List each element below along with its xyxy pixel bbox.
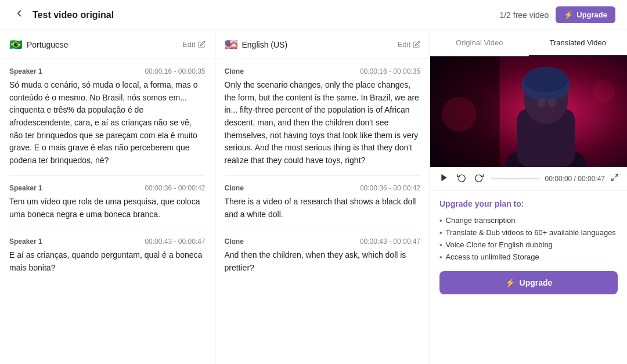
portuguese-speaker-2: Speaker 1	[9, 184, 42, 192]
tab-translated-video[interactable]: Translated Video	[529, 30, 628, 56]
upgrade-feature-1: Change transcription	[439, 214, 618, 226]
upgrade-plan-button[interactable]: ⚡ Upgrade	[439, 271, 618, 294]
english-panel-header: 🇺🇸 English (US) Edit	[215, 30, 430, 59]
upgrade-feature-4: Access to unlimited Storage	[439, 251, 618, 263]
english-timestamp-2: 00:00:36 - 00:00:42	[360, 184, 420, 192]
portuguese-panel-content: Speaker 1 00:00:16 - 00:00:35 Só muda o …	[0, 59, 215, 364]
portuguese-speaker-1: Speaker 1	[9, 67, 42, 75]
portuguese-panel-header: 🇧🇷 Portuguese Edit	[0, 30, 215, 59]
portuguese-timestamp-1: 00:00:16 - 00:00:35	[145, 67, 205, 75]
time-display: 00:00:00 / 00:00:47	[545, 175, 605, 183]
svg-point-8	[547, 98, 556, 107]
forward-button[interactable]	[473, 172, 485, 186]
video-controls: 00:00:00 / 00:00:47	[430, 167, 627, 191]
english-timestamp-1: 00:00:16 - 00:00:35	[360, 67, 420, 75]
portuguese-lang-name: Portuguese	[27, 40, 69, 49]
portuguese-entry-2-meta: Speaker 1 00:00:36 - 00:00:42	[9, 184, 206, 192]
bolt-icon: ⚡	[564, 10, 573, 19]
upgrade-features-list: Change transcription Translate & Dub vid…	[439, 214, 618, 263]
english-speaker-1: Clone	[225, 67, 244, 75]
portuguese-lang-label: 🇧🇷 Portuguese	[9, 38, 69, 51]
progress-bar[interactable]	[491, 178, 539, 179]
portuguese-entry-3-meta: Speaker 1 00:00:43 - 00:00:47	[9, 237, 206, 246]
svg-point-6	[524, 67, 568, 92]
upgrade-bolt-icon: ⚡	[505, 278, 515, 287]
tab-original-video[interactable]: Original Video	[430, 30, 529, 56]
english-speaker-3: Clone	[225, 237, 244, 246]
upgrade-section: Upgrade your plan to: Change transcripti…	[430, 191, 627, 302]
portuguese-text-2: Tem um vídeo que rola de uma pesquisa, q…	[9, 196, 206, 221]
english-entry-2: Clone 00:00:36 - 00:00:42 There is a vid…	[225, 176, 421, 229]
english-entry-3: Clone 00:00:43 - 00:00:47 And then the c…	[225, 229, 421, 282]
upgrade-title: Upgrade your plan to:	[439, 199, 618, 208]
portuguese-timestamp-2: 00:00:36 - 00:00:42	[145, 184, 205, 192]
english-panel: 🇺🇸 English (US) Edit Clone 00:00:16 - 00…	[215, 30, 430, 364]
english-entry-3-meta: Clone 00:00:43 - 00:00:47	[225, 237, 421, 246]
page-title: Test video original	[33, 10, 114, 20]
rewind-button[interactable]	[456, 172, 467, 186]
english-entry-1-meta: Clone 00:00:16 - 00:00:35	[225, 67, 421, 75]
english-entry-1: Clone 00:00:16 - 00:00:35 Only the scena…	[225, 59, 421, 176]
upgrade-plan-button-label: Upgrade	[520, 278, 553, 287]
header-right: 1/2 free video ⚡ Upgrade	[499, 6, 615, 23]
main-content: 🇧🇷 Portuguese Edit Speaker 1 00:00:16 - …	[0, 30, 627, 364]
english-text-3: And then the children, when they ask, wh…	[225, 249, 421, 274]
header-left: Test video original	[12, 6, 114, 24]
english-speaker-2: Clone	[225, 184, 244, 192]
portuguese-text-3: E aí as crianças, quando perguntam, qual…	[9, 249, 206, 274]
english-entry-2-meta: Clone 00:00:36 - 00:00:42	[225, 184, 421, 192]
fullscreen-button[interactable]	[611, 174, 619, 183]
portuguese-speaker-3: Speaker 1	[9, 237, 42, 246]
play-button[interactable]	[438, 172, 450, 186]
portuguese-text-1: Só muda o cenário, só muda o local, a fo…	[9, 79, 206, 167]
portuguese-entry-2: Speaker 1 00:00:36 - 00:00:42 Tem um víd…	[9, 176, 206, 229]
upgrade-feature-3: Voice Clone for English dubbing	[439, 239, 618, 251]
transcript-panels: 🇧🇷 Portuguese Edit Speaker 1 00:00:16 - …	[0, 30, 430, 364]
svg-point-9	[442, 97, 477, 132]
portuguese-entry-1-meta: Speaker 1 00:00:16 - 00:00:35	[9, 67, 206, 75]
english-timestamp-3: 00:00:43 - 00:00:47	[360, 237, 420, 246]
english-edit-button[interactable]: Edit	[398, 40, 420, 49]
portuguese-entry-1: Speaker 1 00:00:16 - 00:00:35 Só muda o …	[9, 59, 206, 176]
video-tabs: Original Video Translated Video	[430, 30, 627, 56]
svg-point-7	[537, 98, 545, 107]
portuguese-panel: 🇧🇷 Portuguese Edit Speaker 1 00:00:16 - …	[0, 30, 215, 364]
portuguese-timestamp-3: 00:00:43 - 00:00:47	[145, 237, 205, 246]
video-area: 00:00:00 / 00:00:47 Upgrade your plan to…	[430, 56, 627, 364]
video-panel: Original Video Translated Video	[430, 30, 627, 364]
english-flag: 🇺🇸	[225, 38, 237, 51]
svg-line-12	[615, 175, 618, 177]
english-lang-label: 🇺🇸 English (US)	[225, 38, 288, 51]
english-text-2: There is a video of a research that show…	[225, 196, 421, 221]
free-video-badge: 1/2 free video	[499, 10, 549, 20]
upgrade-button-label: Upgrade	[576, 10, 607, 19]
english-edit-label: Edit	[398, 40, 410, 49]
svg-point-10	[592, 80, 615, 103]
portuguese-edit-button[interactable]: Edit	[182, 40, 205, 49]
english-lang-name: English (US)	[242, 40, 288, 49]
video-player	[430, 56, 627, 167]
svg-line-13	[612, 178, 614, 181]
portuguese-flag: 🇧🇷	[9, 38, 22, 51]
upgrade-button[interactable]: ⚡ Upgrade	[556, 6, 615, 23]
back-button[interactable]	[12, 6, 27, 24]
svg-marker-11	[441, 174, 446, 181]
video-thumbnail	[430, 56, 627, 167]
upgrade-feature-2: Translate & Dub videos to 60+ available …	[439, 226, 618, 239]
portuguese-edit-label: Edit	[182, 40, 195, 49]
header: Test video original 1/2 free video ⚡ Upg…	[0, 0, 627, 30]
english-panel-content: Clone 00:00:16 - 00:00:35 Only the scena…	[215, 59, 430, 364]
portuguese-entry-3: Speaker 1 00:00:43 - 00:00:47 E aí as cr…	[9, 229, 206, 282]
english-text-1: Only the scenario changes, only the plac…	[225, 79, 421, 167]
